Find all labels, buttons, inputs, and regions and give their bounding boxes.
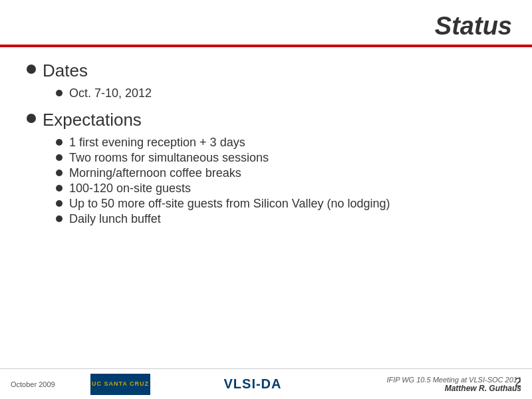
sub-bullet-dot [56, 170, 63, 176]
footer-conference-info: IFIP WG 10.5 Meeting at VLSI-SOC 2011 Ma… [355, 376, 521, 393]
list-item: Morning/afternoon coffee breaks [56, 166, 505, 180]
footer-conference-text: IFIP WG 10.5 Meeting at VLSI-SOC 2011 [355, 376, 521, 384]
bullet-dot-expectations [27, 114, 36, 123]
sub-bullet-dot [56, 185, 63, 192]
bullet-expectations-label: Expectations [43, 110, 142, 130]
exp-sub-item-4: Up to 50 more off-site guests from Silic… [69, 197, 390, 211]
sub-bullet-dot [56, 154, 63, 161]
list-item: Up to 50 more off-site guests from Silic… [56, 197, 505, 211]
list-item: 1 first evening reception + 3 days [56, 136, 505, 150]
bullet-dot-dates [27, 65, 36, 74]
exp-sub-item-2: Morning/afternoon coffee breaks [69, 166, 241, 180]
footer-brand-area: VLSI-DA [150, 376, 355, 392]
content-area: Dates Oct. 7-10, 2012 Expectations 1 fir… [0, 47, 532, 234]
dates-sub-item-0: Oct. 7-10, 2012 [69, 86, 152, 100]
footer-date: October 2009 [11, 380, 90, 388]
expectations-sub-bullets: 1 first evening reception + 3 days Two r… [56, 136, 505, 226]
sub-bullet-dot [56, 215, 63, 222]
sub-bullet-dot [56, 200, 63, 207]
ucsc-logo: UC SANTA CRUZ [90, 374, 150, 395]
footer-author-text: Matthew R. Guthaus [355, 384, 521, 393]
exp-sub-item-1: Two rooms for simultaneous sessions [69, 151, 269, 165]
dates-sub-bullets: Oct. 7-10, 2012 [56, 86, 505, 100]
vlsi-da-label: VLSI-DA [224, 376, 282, 392]
exp-sub-item-3: 100-120 on-site guests [69, 182, 191, 196]
exp-sub-item-5: Daily lunch buffet [69, 212, 161, 226]
page-number: 2 [515, 376, 521, 390]
slide: Status Dates Oct. 7-10, 2012 Expectation… [0, 0, 532, 399]
sub-bullet-dot [56, 90, 63, 96]
list-item: Oct. 7-10, 2012 [56, 86, 505, 100]
sub-bullet-dot [56, 139, 63, 146]
ucsc-logo-text: UC SANTA CRUZ [92, 380, 149, 388]
footer: October 2009 UC SANTA CRUZ VLSI-DA IFIP … [0, 368, 532, 399]
bullet-dates-label: Dates [43, 61, 88, 81]
exp-sub-item-0: 1 first evening reception + 3 days [69, 136, 245, 150]
slide-title: Status [435, 12, 512, 40]
bullet-dates: Dates [27, 61, 505, 81]
list-item: Two rooms for simultaneous sessions [56, 151, 505, 165]
list-item: Daily lunch buffet [56, 212, 505, 226]
bullet-expectations: Expectations [27, 110, 505, 130]
ucsc-logo-box: UC SANTA CRUZ [90, 374, 150, 395]
title-area: Status [0, 0, 532, 41]
list-item: 100-120 on-site guests [56, 182, 505, 196]
